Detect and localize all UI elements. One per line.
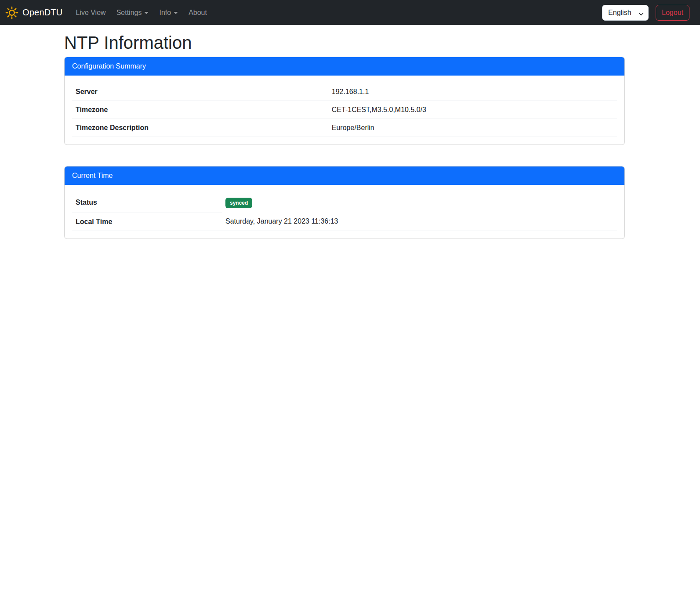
current-time-body: Status synced Local Time Saturday, Janua… bbox=[65, 185, 624, 239]
brand-link[interactable]: OpenDTU bbox=[5, 6, 62, 19]
page-title: NTP Information bbox=[64, 32, 625, 53]
row-value: 192.168.1.1 bbox=[328, 83, 617, 101]
current-time-card: Current Time Status synced Local Time Sa… bbox=[64, 166, 625, 239]
navbar-left: OpenDTU Live View Settings Info About bbox=[5, 5, 212, 21]
language-select-value: English bbox=[608, 9, 631, 17]
current-time-table: Status synced Local Time Saturday, Janua… bbox=[72, 192, 617, 231]
table-row: Timezone Description Europe/Berlin bbox=[72, 119, 617, 137]
nav-item-label: Info bbox=[159, 9, 171, 16]
status-badge: synced bbox=[225, 198, 252, 208]
configuration-summary-card: Configuration Summary Server 192.168.1.1… bbox=[64, 57, 625, 145]
brand-label: OpenDTU bbox=[22, 7, 62, 18]
caret-down-icon bbox=[174, 12, 178, 14]
nav-item-about[interactable]: About bbox=[185, 5, 210, 21]
logout-button[interactable]: Logout bbox=[656, 5, 689, 21]
row-label: Timezone Description bbox=[72, 119, 328, 137]
navbar: OpenDTU Live View Settings Info About En… bbox=[0, 0, 700, 25]
language-select[interactable]: English bbox=[602, 5, 649, 21]
nav-item-info[interactable]: Info bbox=[156, 5, 181, 21]
current-time-header: Current Time bbox=[65, 166, 624, 185]
row-label: Server bbox=[72, 83, 328, 101]
nav-list: Live View Settings Info About bbox=[70, 5, 212, 21]
table-row: Local Time Saturday, January 21 2023 11:… bbox=[72, 213, 617, 231]
row-label: Timezone bbox=[72, 101, 328, 119]
sun-icon bbox=[5, 6, 18, 19]
row-value: Saturday, January 21 2023 11:36:13 bbox=[222, 213, 617, 231]
caret-down-icon bbox=[144, 12, 149, 14]
configuration-summary-table: Server 192.168.1.1 Timezone CET-1CEST,M3… bbox=[72, 83, 617, 137]
row-label: Status bbox=[72, 192, 222, 213]
row-label: Local Time bbox=[72, 213, 222, 231]
table-row: Server 192.168.1.1 bbox=[72, 83, 617, 101]
row-value: synced bbox=[222, 192, 617, 213]
configuration-summary-body: Server 192.168.1.1 Timezone CET-1CEST,M3… bbox=[65, 76, 624, 145]
configuration-summary-header: Configuration Summary bbox=[65, 57, 624, 76]
row-value: Europe/Berlin bbox=[328, 119, 617, 137]
nav-item-label: Live View bbox=[76, 9, 105, 16]
row-value: CET-1CEST,M3.5.0,M10.5.0/3 bbox=[328, 101, 617, 119]
table-row: Status synced bbox=[72, 192, 617, 213]
chevron-down-icon bbox=[638, 11, 644, 18]
nav-item-live-view[interactable]: Live View bbox=[72, 5, 109, 21]
table-row: Timezone CET-1CEST,M3.5.0,M10.5.0/3 bbox=[72, 101, 617, 119]
nav-item-label: Settings bbox=[116, 9, 142, 16]
nav-item-label: About bbox=[189, 9, 207, 16]
main-content: NTP Information Configuration Summary Se… bbox=[64, 32, 625, 239]
navbar-right: English Logout bbox=[602, 5, 695, 21]
nav-item-settings[interactable]: Settings bbox=[113, 5, 152, 21]
